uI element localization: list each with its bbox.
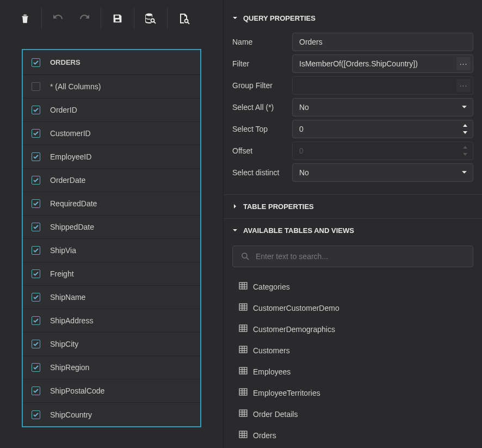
toolbar-separator [101,8,101,29]
save-button[interactable] [106,7,129,30]
name-field[interactable]: Orders [292,33,473,51]
column-name: RequiredDate [50,199,97,208]
column-row[interactable]: ShipAddress [23,309,200,333]
table-header[interactable]: ORDERS [23,50,200,75]
table-header-checkbox[interactable] [32,58,40,67]
column-checkbox[interactable] [32,316,40,325]
available-table-item[interactable]: Orders [239,425,473,446]
column-row[interactable]: Freight [23,262,200,286]
select-top-field[interactable]: 0 [292,120,473,138]
offset-field: 0 [292,142,473,160]
column-checkbox[interactable] [32,340,40,348]
table-properties-header[interactable]: TABLE PROPERTIES [224,198,482,215]
table-icon [239,281,248,292]
svg-rect-4 [239,283,247,289]
svg-rect-24 [239,367,247,374]
column-checkbox[interactable] [32,269,40,278]
table-icon [239,388,248,398]
column-checkbox[interactable] [32,176,40,185]
spin-down[interactable] [460,129,471,136]
column-checkbox[interactable] [32,293,40,302]
filter-ellipsis-button[interactable]: ··· [456,57,471,70]
column-checkbox[interactable] [32,223,40,231]
undo-icon [52,12,65,25]
group-filter-label: Group Filter [232,81,292,90]
available-table-item[interactable]: Order Details [239,403,473,425]
column-row[interactable]: CustomerID [23,122,200,145]
column-checkbox[interactable] [32,152,40,161]
table-icon [239,324,248,334]
column-row[interactable]: RequiredDate [23,192,200,216]
column-row[interactable]: ShipRegion [23,356,200,379]
column-row[interactable]: OrderID [23,99,200,122]
select-distinct-label: Select distinct [232,168,292,177]
column-checkbox[interactable] [32,410,40,419]
available-table-item[interactable]: Categories [239,276,473,297]
filter-field[interactable]: IsMemberOf([Orders.ShipCountry]) ··· [292,54,473,73]
delete-button[interactable] [13,7,37,30]
undo-button[interactable] [46,7,70,30]
svg-rect-19 [239,346,247,353]
column-name: EmployeeID [50,152,91,161]
toolbar-separator [134,8,134,29]
caret-down-icon [232,14,238,22]
select-all-field[interactable]: No [292,98,473,116]
available-table-item[interactable]: EmployeeTerritories [239,382,473,403]
available-table-item[interactable]: CustomerDemographics [239,318,473,340]
spin-up[interactable] [460,122,471,129]
available-tables-header[interactable]: AVAILABLE TABLES AND VIEWS [224,222,482,239]
toolbar-separator [167,8,168,29]
group-filter-ellipsis-button: ··· [456,79,471,92]
column-name: OrderID [50,106,77,114]
all-columns-checkbox[interactable] [32,82,40,91]
column-name: ShipVia [50,246,76,255]
column-name: OrderDate [50,176,85,185]
query-properties-header[interactable]: QUERY PROPERTIES [224,10,482,27]
column-row[interactable]: ShipVia [23,239,200,262]
available-table-item[interactable]: CustomerCustomerDemo [239,297,473,318]
column-checkbox[interactable] [32,246,40,255]
group-filter-field: ··· [292,76,473,95]
svg-point-0 [146,14,152,16]
all-columns-row[interactable]: * (All Columns) [23,75,200,99]
column-row[interactable]: ShipPostalCode [23,379,200,403]
table-icon [239,345,248,355]
svg-rect-9 [239,304,247,310]
available-table-item[interactable]: Employees [239,361,473,382]
offset-spinner [460,143,471,158]
column-name: ShippedDate [50,223,94,231]
data-preview-button[interactable] [139,7,163,30]
column-checkbox[interactable] [32,129,40,138]
column-name: ShipPostalCode [50,386,104,395]
check-icon [33,131,39,136]
column-row[interactable]: ShipName [23,286,200,309]
svg-point-3 [242,253,247,258]
column-row[interactable]: ShippedDate [23,216,200,239]
available-table-item[interactable]: Customers [239,340,473,361]
search-input[interactable]: Enter text to search... [232,246,473,267]
column-row[interactable]: ShipCity [23,333,200,356]
column-row[interactable]: EmployeeID [23,145,200,169]
column-checkbox[interactable] [32,199,40,208]
check-icon [33,107,39,113]
available-table-name: Employees [253,367,291,376]
select-all-label: Select All (*) [232,103,292,112]
available-table-name: EmployeeTerritories [253,389,320,397]
query-properties-body: Name Orders Filter IsMemberOf([Orders.Sh… [224,27,482,191]
table-card: ORDERS * (All Columns) OrderID CustomerI… [22,49,201,427]
available-table-name: Customers [253,346,290,355]
all-columns-label: * (All Columns) [50,82,101,91]
document-preview-button[interactable] [172,7,196,30]
select-distinct-field[interactable]: No [292,163,473,182]
check-icon [33,177,39,183]
column-checkbox[interactable] [32,386,40,395]
column-checkbox[interactable] [32,106,40,114]
column-row[interactable]: OrderDate [23,169,200,192]
column-checkbox[interactable] [32,363,40,372]
filter-label: Filter [232,59,292,68]
select-top-spinner[interactable] [460,121,471,137]
available-table-name: Order Details [253,410,298,419]
table-icon [239,303,248,313]
redo-button[interactable] [72,7,96,30]
column-row[interactable]: ShipCountry [23,403,200,426]
